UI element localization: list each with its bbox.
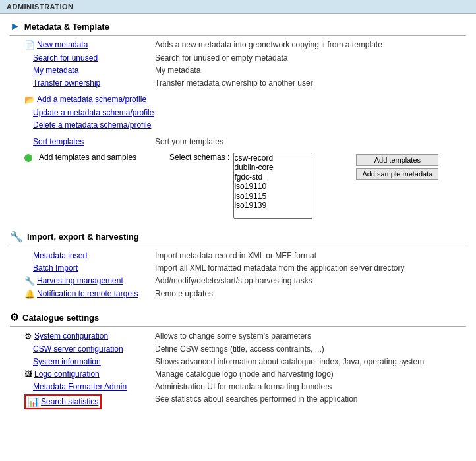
import-section-title: 🔧 Import, export & harvesting (10, 230, 466, 246)
add-schema-link-col: 📂 Add a metadata schema/profile (10, 95, 155, 105)
sort-templates-link-col: Sort templates (10, 137, 155, 146)
schema-select-area: Select schemas : csw-recorddublin-corefg… (169, 153, 438, 219)
update-schema-row: Update a metadata schema/profile (10, 107, 466, 118)
system-config-link[interactable]: System configuration (34, 331, 108, 340)
system-config-icon: ⚙ (24, 331, 32, 341)
my-metadata-row: My metadata My metadata (10, 65, 466, 76)
logo-config-row: 🖼 Logo configuration Manage catalogue lo… (10, 369, 466, 379)
notification-icon: 🔔 (24, 289, 35, 299)
logo-config-desc: Manage catalogue logo (node and harvesti… (155, 369, 466, 379)
add-templates-label: Add templates and samples (39, 153, 136, 162)
harvesting-desc: Add/modify/delete/start/stop harvesting … (155, 276, 466, 286)
system-info-link[interactable]: System information (33, 357, 101, 366)
transfer-ownership-link[interactable]: Transfer ownership (33, 78, 100, 88)
catalogue-cog-icon: ⚙ (10, 312, 18, 323)
batch-import-desc: Import all XML formatted metadata from t… (155, 263, 466, 273)
transfer-ownership-desc: Transfer metadata ownership to another u… (155, 78, 466, 88)
metadata-section: ► Metadata & Template 📄 New metadata Add… (10, 20, 466, 219)
metadata-formatter-link[interactable]: Metadata Formatter Admin (33, 382, 127, 391)
logo-config-link[interactable]: Logo configuration (34, 369, 100, 379)
add-schema-link[interactable]: Add a metadata schema/profile (37, 95, 146, 104)
catalogue-section-title: ⚙ Catalogue settings (10, 312, 466, 327)
system-info-desc: Shows advanced information about catalog… (155, 357, 466, 366)
add-sample-metadata-button[interactable]: Add sample metadata (356, 168, 438, 180)
system-config-row: ⚙ System configuration Allows to change … (10, 331, 466, 342)
new-metadata-link[interactable]: New metadata (37, 40, 88, 49)
select-schemas-label: Select schemas : (169, 153, 229, 162)
new-metadata-link-col: 📄 New metadata (10, 40, 155, 50)
add-buttons-area: Add templates Add sample metadata (356, 154, 438, 180)
metadata-formatter-link-col: Metadata Formatter Admin (10, 382, 155, 391)
new-metadata-desc: Adds a new metadata into geonetwork copy… (155, 40, 466, 50)
csw-config-link-col: CSW server configuration (10, 344, 155, 354)
import-wrench-icon: 🔧 (10, 230, 23, 243)
logo-config-icon: 🖼 (24, 369, 32, 379)
transfer-ownership-link-col: Transfer ownership (10, 78, 155, 88)
system-info-link-col: System information (10, 357, 155, 366)
import-section: 🔧 Import, export & harvesting Metadata i… (10, 230, 466, 300)
main-content: ► Metadata & Template 📄 New metadata Add… (0, 14, 476, 428)
green-circle-icon (24, 154, 32, 162)
search-stats-desc: See statistics about searches performed … (155, 394, 466, 409)
notification-desc: Remote updates (155, 289, 466, 299)
search-unused-desc: Search for unused or empty metadata (155, 53, 466, 63)
add-templates-samples-row: Add templates and samples Select schemas… (10, 153, 466, 219)
system-config-desc: Allows to change some system's parameter… (155, 331, 466, 341)
schema-select[interactable]: csw-recorddublin-corefgdc-stdiso19110iso… (233, 153, 312, 219)
my-metadata-desc: My metadata (155, 66, 466, 75)
notification-link[interactable]: Notification to remote targets (37, 289, 138, 298)
metadata-insert-link-col: Metadata insert (10, 251, 155, 260)
add-schema-folder-icon: 📂 (24, 95, 35, 105)
csw-config-row: CSW server configuration Define CSW sett… (10, 344, 466, 354)
search-unused-row: Search for unused Search for unused or e… (10, 53, 466, 63)
search-stats-link-col: 📊 Search statistics (10, 394, 155, 409)
metadata-formatter-desc: Administration UI for metadata formattin… (155, 382, 466, 391)
my-metadata-link-col: My metadata (10, 66, 155, 75)
search-stats-highlight: 📊 Search statistics (24, 394, 102, 409)
csw-config-desc: Define CSW settings (title, access contr… (155, 344, 466, 354)
system-config-link-col: ⚙ System configuration (10, 331, 155, 341)
page-title: ADMINISTRATION (7, 3, 74, 11)
sort-templates-link[interactable]: Sort templates (33, 137, 84, 146)
search-stats-link[interactable]: Search statistics (41, 397, 98, 406)
notification-row: 🔔 Notification to remote targets Remote … (10, 288, 466, 300)
search-stats-row: 📊 Search statistics See statistics about… (10, 394, 466, 410)
search-unused-link[interactable]: Search for unused (33, 53, 98, 63)
harvesting-icon: 🔧 (24, 276, 35, 286)
delete-schema-link-col: Delete a metadata schema/profile (10, 121, 155, 130)
logo-config-link-col: 🖼 Logo configuration (10, 369, 155, 379)
update-schema-link[interactable]: Update a metadata schema/profile (33, 108, 154, 117)
update-schema-link-col: Update a metadata schema/profile (10, 108, 155, 117)
batch-import-link[interactable]: Batch Import (33, 263, 78, 273)
new-metadata-doc-icon: 📄 (24, 40, 35, 50)
catalogue-section: ⚙ Catalogue settings ⚙ System configurat… (10, 312, 466, 410)
sort-templates-desc: Sort your templates (155, 137, 466, 146)
harvesting-link-col: 🔧 Harvesting management (10, 276, 155, 286)
search-stats-chart-icon: 📊 (28, 396, 39, 407)
notification-link-col: 🔔 Notification to remote targets (10, 289, 155, 299)
csw-config-link[interactable]: CSW server configuration (33, 344, 123, 354)
delete-schema-row: Delete a metadata schema/profile (10, 120, 466, 130)
system-info-row: System information Shows advanced inform… (10, 356, 466, 367)
harvesting-link[interactable]: Harvesting management (37, 276, 123, 285)
harvesting-row: 🔧 Harvesting management Add/modify/delet… (10, 275, 466, 286)
metadata-insert-row: Metadata insert Import metadata record i… (10, 250, 466, 261)
new-metadata-row: 📄 New metadata Adds a new metadata into … (10, 40, 466, 51)
metadata-formatter-row: Metadata Formatter Admin Administration … (10, 381, 466, 392)
add-templates-button[interactable]: Add templates (356, 154, 438, 166)
batch-import-row: Batch Import Import all XML formatted me… (10, 263, 466, 273)
metadata-section-title: ► Metadata & Template (10, 20, 466, 36)
add-schema-row: 📂 Add a metadata schema/profile (10, 94, 466, 105)
sort-templates-row: Sort templates Sort your templates (10, 136, 466, 147)
metadata-arrow-icon: ► (10, 20, 20, 32)
metadata-insert-desc: Import metadata record in XML or MEF for… (155, 251, 466, 260)
metadata-insert-link[interactable]: Metadata insert (33, 251, 88, 260)
search-unused-link-col: Search for unused (10, 53, 155, 63)
my-metadata-link[interactable]: My metadata (33, 66, 78, 75)
delete-schema-link[interactable]: Delete a metadata schema/profile (33, 121, 151, 130)
batch-import-link-col: Batch Import (10, 263, 155, 273)
transfer-ownership-row: Transfer ownership Transfer metadata own… (10, 78, 466, 88)
admin-header: ADMINISTRATION (0, 0, 476, 14)
